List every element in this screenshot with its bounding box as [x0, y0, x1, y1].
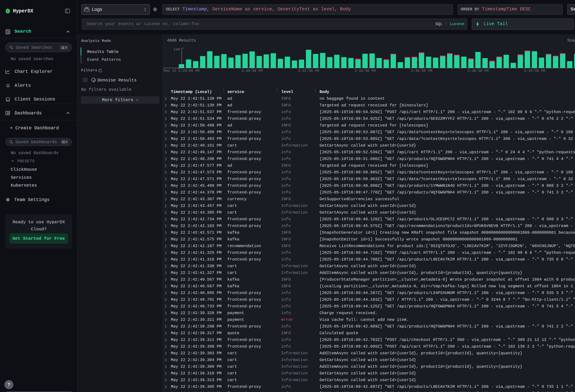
svg-text:2:32:30 PM: 2:32:30 PM — [298, 69, 319, 73]
svg-text:2:30:30 PM: 2:30:30 PM — [241, 69, 263, 73]
svg-text:2:34:30 PM: 2:34:30 PM — [355, 69, 376, 73]
svg-text:140: 140 — [173, 47, 180, 51]
svg-text:2:38:30 PM: 2:38:30 PM — [468, 69, 489, 73]
svg-text:2:36:30 PM: 2:36:30 PM — [411, 69, 432, 73]
svg-text:May 22 2:28:00 PM: May 22 2:28:00 PM — [164, 69, 199, 73]
svg-text:2:40:30 PM: 2:40:30 PM — [524, 69, 545, 73]
